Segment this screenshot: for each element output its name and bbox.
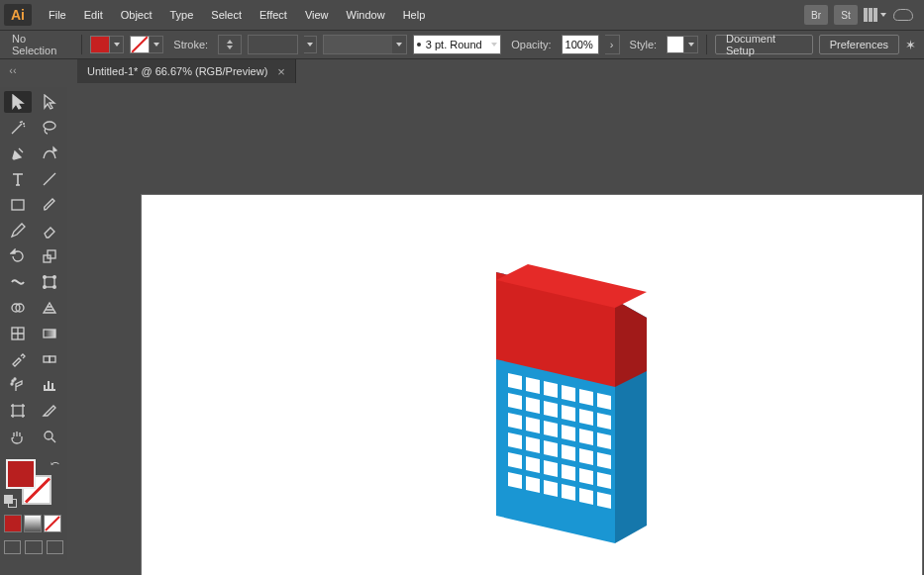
perspective-grid-tool[interactable] — [36, 297, 63, 319]
svg-rect-44 — [48, 250, 55, 258]
free-transform-tool[interactable] — [36, 271, 63, 293]
stroke-label: Stroke: — [169, 39, 212, 50]
gradient-mode-button[interactable] — [24, 515, 42, 532]
chevron-down-icon — [688, 43, 694, 47]
rectangle-tool[interactable] — [4, 194, 32, 216]
blend-tool[interactable] — [36, 348, 63, 370]
svg-point-49 — [53, 286, 56, 289]
menu-help[interactable]: Help — [394, 3, 435, 27]
artwork-calendar — [488, 264, 686, 575]
menu-bar: Ai File Edit Object Type Select Effect V… — [0, 0, 924, 30]
fill-color-swatch[interactable] — [6, 459, 36, 489]
workspace — [74, 87, 924, 575]
shape-builder-tool[interactable] — [4, 297, 32, 319]
svg-rect-59 — [13, 406, 23, 416]
artboard-tool[interactable] — [4, 400, 32, 422]
close-tab-button[interactable]: × — [277, 64, 285, 79]
default-fill-stroke-icon[interactable] — [4, 495, 16, 507]
preferences-button[interactable]: Preferences — [819, 35, 899, 54]
menu-object[interactable]: Object — [112, 3, 161, 27]
stock-button[interactable]: St — [834, 5, 858, 25]
graphic-style[interactable] — [667, 36, 698, 53]
normal-screen-mode[interactable] — [4, 540, 21, 554]
document-tab[interactable]: Untitled-1* @ 66.67% (RGB/Preview) × — [77, 59, 296, 83]
svg-rect-42 — [12, 200, 24, 210]
svg-rect-53 — [44, 330, 55, 337]
stroke-swatch[interactable] — [130, 36, 163, 53]
variable-width-profile[interactable] — [323, 35, 406, 54]
menu-select[interactable]: Select — [202, 3, 251, 27]
menu-file[interactable]: File — [40, 3, 75, 27]
gradient-tool[interactable] — [36, 323, 63, 344]
type-tool[interactable] — [4, 168, 32, 190]
swap-fill-stroke-icon[interactable]: ⤺ — [51, 457, 59, 470]
svg-rect-45 — [45, 277, 54, 287]
style-label: Style: — [626, 39, 662, 50]
width-tool[interactable] — [4, 271, 32, 293]
fill-swatch[interactable] — [90, 36, 124, 53]
slice-tool[interactable] — [36, 400, 63, 422]
document-tab-title: Untitled-1* @ 66.67% (RGB/Preview) — [87, 65, 267, 77]
stroke-weight-field[interactable] — [248, 35, 299, 54]
lasso-tool[interactable] — [36, 117, 63, 139]
arrange-documents-button[interactable] — [864, 8, 886, 22]
svg-point-56 — [12, 380, 14, 382]
document-setup-button[interactable]: Document Setup — [715, 35, 813, 54]
stroke-weight-dropdown[interactable] — [304, 36, 317, 53]
svg-point-57 — [14, 378, 16, 380]
presentation-mode[interactable] — [47, 540, 63, 554]
pen-tool[interactable] — [4, 143, 32, 164]
eraser-tool[interactable] — [36, 220, 63, 241]
menu-window[interactable]: Window — [338, 3, 394, 27]
fullscreen-mode[interactable] — [25, 540, 42, 554]
tools-panel: ⤺ — [0, 87, 67, 560]
selection-tool[interactable] — [4, 91, 32, 113]
magic-wand-tool[interactable] — [4, 117, 32, 139]
svg-rect-54 — [44, 356, 50, 362]
menu-type[interactable]: Type — [161, 3, 203, 27]
opacity-dropdown[interactable]: › — [605, 35, 620, 54]
artboard[interactable] — [141, 194, 923, 575]
panel-collapse-handle[interactable]: ‹‹ — [2, 63, 24, 77]
chevron-down-icon — [154, 43, 159, 47]
eyedropper-tool[interactable] — [4, 348, 32, 370]
rotate-tool[interactable] — [4, 245, 32, 267]
chevron-down-icon — [491, 43, 497, 47]
color-mode-button[interactable] — [4, 515, 22, 532]
opacity-field[interactable]: 100% — [562, 35, 599, 54]
menu-edit[interactable]: Edit — [75, 3, 112, 27]
none-mode-button[interactable] — [44, 515, 61, 532]
gpu-preview-icon[interactable] — [892, 7, 914, 23]
paintbrush-tool[interactable] — [36, 194, 63, 216]
scale-tool[interactable] — [36, 245, 63, 267]
bridge-button[interactable]: Br — [804, 5, 828, 25]
direct-selection-tool[interactable] — [36, 91, 63, 113]
menu-effect[interactable]: Effect — [251, 3, 296, 27]
chevron-down-icon — [880, 13, 886, 17]
chevron-down-icon — [307, 43, 313, 47]
dot-icon — [417, 43, 421, 47]
options-bar: No Selection Stroke: 3 pt. Round Opacity… — [0, 30, 924, 59]
fill-stroke-control[interactable]: ⤺ — [4, 457, 61, 507]
curvature-tool[interactable] — [36, 143, 63, 164]
align-icon[interactable]: ✶ — [905, 38, 916, 52]
svg-rect-55 — [50, 356, 55, 362]
symbol-sprayer-tool[interactable] — [4, 374, 32, 396]
svg-point-48 — [44, 286, 47, 289]
stroke-weight-stepper[interactable] — [218, 35, 242, 54]
selection-status: No Selection — [8, 33, 73, 56]
mesh-tool[interactable] — [4, 323, 32, 344]
opacity-label: Opacity: — [507, 39, 555, 50]
chevron-down-icon — [396, 43, 402, 47]
zoom-tool[interactable] — [36, 426, 63, 447]
brush-definition[interactable]: 3 pt. Round — [413, 35, 501, 54]
document-tab-bar: Untitled-1* @ 66.67% (RGB/Preview) × — [0, 59, 924, 83]
svg-point-58 — [11, 383, 13, 385]
pencil-tool[interactable] — [4, 220, 32, 241]
line-tool[interactable] — [36, 168, 63, 190]
hand-tool[interactable] — [4, 426, 32, 447]
menu-view[interactable]: View — [296, 3, 338, 27]
chevron-down-icon — [114, 43, 120, 47]
app-logo: Ai — [4, 4, 32, 26]
column-graph-tool[interactable] — [36, 374, 63, 396]
